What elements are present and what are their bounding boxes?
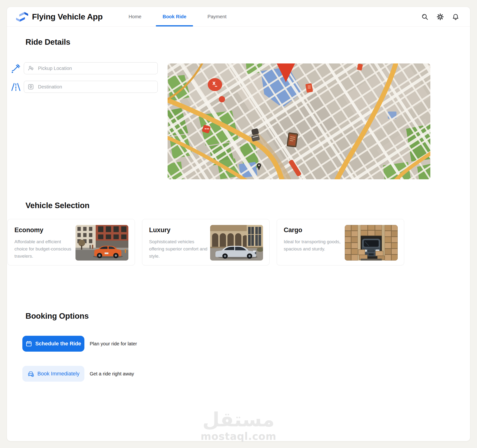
city-map-image bbox=[168, 63, 430, 179]
cargo-van-photo bbox=[345, 225, 398, 261]
card-description: Ideal for transporting goods, spacious a… bbox=[284, 238, 343, 253]
car-icon bbox=[27, 370, 34, 377]
tab-home[interactable]: Home bbox=[118, 7, 152, 26]
app-header: Flying Vehicle App Home Book Ride Paymen… bbox=[7, 7, 470, 27]
schedule-hint: Plan your ride for later bbox=[90, 336, 137, 352]
card-text: Economy Affordable and efficient choice … bbox=[14, 225, 74, 265]
card-text: Cargo Ideal for transporting goods, spac… bbox=[284, 225, 343, 265]
economy-car-photo bbox=[75, 225, 128, 261]
luxury-sedan-photo bbox=[210, 225, 263, 261]
card-title: Cargo bbox=[284, 226, 343, 234]
vehicle-cards: Economy Affordable and efficient choice … bbox=[7, 219, 404, 265]
ride-details-heading: Ride Details bbox=[25, 37, 70, 47]
card-title: Economy bbox=[14, 226, 74, 234]
road-icon bbox=[11, 81, 21, 92]
header-actions bbox=[421, 7, 459, 26]
eyedropper-icon bbox=[10, 63, 21, 74]
card-description: Sophisticated vehicles offering superior… bbox=[149, 238, 208, 260]
app-window: Flying Vehicle App Home Book Ride Paymen… bbox=[7, 7, 470, 441]
pickup-field-wrap bbox=[24, 62, 158, 74]
vehicle-card-cargo[interactable]: Cargo Ideal for transporting goods, spac… bbox=[277, 219, 404, 265]
book-immediately-button[interactable]: Book Immediately bbox=[22, 366, 84, 382]
card-description: Affordable and efficient choice for budg… bbox=[14, 238, 74, 260]
settings-gear-icon[interactable] bbox=[436, 13, 444, 21]
vehicle-card-luxury[interactable]: Luxury Sophisticated vehicles offering s… bbox=[142, 219, 270, 265]
card-text: Luxury Sophisticated vehicles offering s… bbox=[149, 225, 208, 265]
calendar-icon bbox=[26, 341, 32, 347]
booking-options-heading: Booking Options bbox=[25, 311, 89, 321]
pickup-location-input[interactable] bbox=[24, 62, 158, 74]
app-title: Flying Vehicle App bbox=[32, 12, 103, 21]
watermark-latin: mostaql.com bbox=[7, 430, 470, 442]
mostaql-watermark: مستقل mostaql.com bbox=[7, 410, 470, 442]
vehicle-selection-heading: Vehicle Selection bbox=[25, 201, 89, 210]
tab-payment[interactable]: Payment bbox=[197, 7, 237, 26]
tab-book-ride[interactable]: Book Ride bbox=[152, 7, 197, 26]
destination-field-wrap bbox=[24, 81, 158, 93]
search-icon[interactable] bbox=[421, 13, 429, 21]
brand: Flying Vehicle App bbox=[16, 7, 103, 26]
schedule-ride-button[interactable]: Schedule the Ride bbox=[22, 336, 84, 352]
main-nav: Home Book Ride Payment bbox=[118, 7, 237, 26]
watermark-arabic: مستقل bbox=[7, 410, 470, 429]
book-immediately-label: Book Immediately bbox=[38, 371, 80, 377]
book-immediately-hint: Get a ride right away bbox=[90, 366, 134, 382]
card-title: Luxury bbox=[149, 226, 208, 234]
schedule-ride-label: Schedule the Ride bbox=[35, 341, 81, 347]
destination-input[interactable] bbox=[24, 81, 158, 93]
vehicle-card-economy[interactable]: Economy Affordable and efficient choice … bbox=[7, 219, 135, 265]
notifications-bell-icon[interactable] bbox=[452, 13, 459, 21]
flying-vehicle-logo-icon bbox=[16, 11, 29, 22]
